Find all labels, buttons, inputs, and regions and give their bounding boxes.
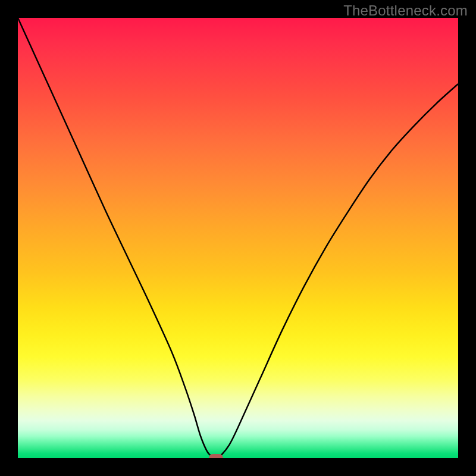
bottleneck-curve <box>18 18 458 458</box>
chart-frame: TheBottleneck.com <box>0 0 476 476</box>
watermark-text: TheBottleneck.com <box>343 2 468 19</box>
optimal-point-marker <box>209 454 223 458</box>
plot-area <box>18 18 458 458</box>
curve-path <box>18 18 458 458</box>
